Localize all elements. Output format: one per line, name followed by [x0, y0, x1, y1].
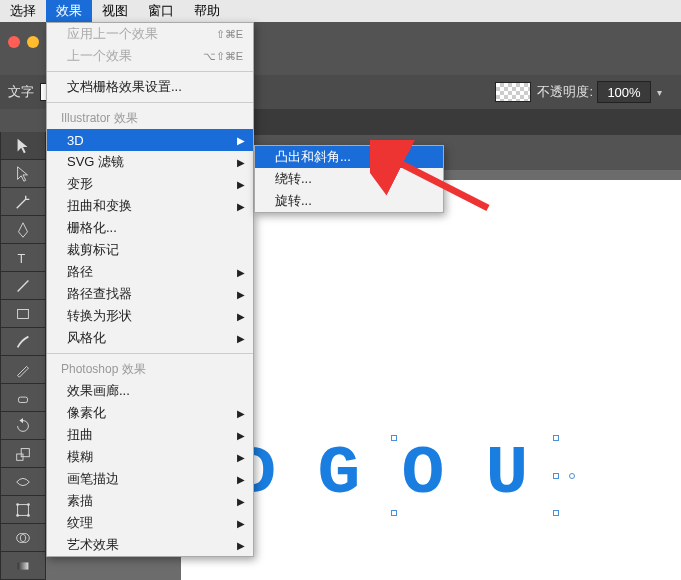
- svg-rect-5: [21, 448, 29, 456]
- opacity-swatch[interactable]: [495, 82, 531, 102]
- tool-line[interactable]: [0, 272, 46, 300]
- menu-doc-raster-settings[interactable]: 文档栅格效果设置...: [47, 76, 253, 98]
- separator: [47, 102, 253, 103]
- tool-gradient[interactable]: [0, 552, 46, 580]
- menu-artistic[interactable]: 艺术效果▶: [47, 534, 253, 556]
- menu-distort[interactable]: 扭曲▶: [47, 424, 253, 446]
- svg-text:T: T: [18, 251, 26, 265]
- svg-rect-6: [18, 504, 29, 515]
- svg-rect-2: [18, 309, 29, 318]
- tool-rotate[interactable]: [0, 412, 46, 440]
- close-button[interactable]: [8, 36, 20, 48]
- tool-pencil[interactable]: [0, 356, 46, 384]
- menu-convert-shape[interactable]: 转换为形状▶: [47, 305, 253, 327]
- tool-brush[interactable]: [0, 328, 46, 356]
- opacity-input[interactable]: 100%: [597, 81, 651, 103]
- opacity-stepper-icon[interactable]: ▾: [657, 87, 671, 98]
- menu-extrude-bevel[interactable]: 凸出和斜角...: [255, 146, 443, 168]
- tool-eraser[interactable]: [0, 384, 46, 412]
- menu-texture[interactable]: 纹理▶: [47, 512, 253, 534]
- menu-svg-filters[interactable]: SVG 滤镜▶: [47, 151, 253, 173]
- separator: [47, 71, 253, 72]
- menu-warp[interactable]: 变形▶: [47, 173, 253, 195]
- menu-effects[interactable]: 效果: [46, 0, 92, 22]
- menu-apply-last-effect: 应用上一个效果⇧⌘E: [47, 23, 253, 45]
- tool-width[interactable]: [0, 468, 46, 496]
- menu-revolve[interactable]: 绕转...: [255, 168, 443, 190]
- menu-last-effect: 上一个效果⌥⇧⌘E: [47, 45, 253, 67]
- toolbox: T: [0, 132, 46, 580]
- menu-3d[interactable]: 3D▶: [47, 129, 253, 151]
- svg-rect-3: [19, 397, 28, 402]
- left-context-label: 文字: [8, 83, 34, 101]
- tool-type[interactable]: T: [0, 244, 46, 272]
- menu-select[interactable]: 选择: [0, 0, 46, 22]
- tool-pen[interactable]: [0, 216, 46, 244]
- menu-path[interactable]: 路径▶: [47, 261, 253, 283]
- glyph: G: [303, 440, 377, 506]
- menu-sketch[interactable]: 素描▶: [47, 490, 253, 512]
- glyph: U: [471, 440, 545, 506]
- minimize-button[interactable]: [27, 36, 39, 48]
- menu-brush-strokes[interactable]: 画笔描边▶: [47, 468, 253, 490]
- selection-handle[interactable]: [391, 435, 397, 441]
- selection-center[interactable]: [569, 473, 575, 479]
- menu-help[interactable]: 帮助: [184, 0, 230, 22]
- menu-pixelate[interactable]: 像素化▶: [47, 402, 253, 424]
- tool-wand[interactable]: [0, 188, 46, 216]
- tool-direct-select[interactable]: [0, 160, 46, 188]
- svg-point-9: [16, 514, 19, 517]
- menu-crop-marks[interactable]: 裁剪标记: [47, 239, 253, 261]
- svg-point-7: [16, 503, 19, 506]
- tool-shape-builder[interactable]: [0, 524, 46, 552]
- glyph: O: [387, 440, 461, 506]
- svg-rect-13: [18, 562, 29, 569]
- selection-handle[interactable]: [553, 473, 559, 479]
- menu-distort-transform[interactable]: 扭曲和变换▶: [47, 195, 253, 217]
- tool-selection[interactable]: [0, 132, 46, 160]
- separator: [47, 353, 253, 354]
- menu-rasterize[interactable]: 栅格化...: [47, 217, 253, 239]
- menu-header-photoshop: Photoshop 效果: [47, 358, 253, 380]
- menu-blur[interactable]: 模糊▶: [47, 446, 253, 468]
- effects-menu: 应用上一个效果⇧⌘E 上一个效果⌥⇧⌘E 文档栅格效果设置... Illustr…: [46, 22, 254, 557]
- selected-text-object[interactable]: D G O U: [221, 440, 543, 506]
- selection-handle[interactable]: [391, 510, 397, 516]
- menu-rotate-3d[interactable]: 旋转...: [255, 190, 443, 212]
- menu-view[interactable]: 视图: [92, 0, 138, 22]
- menu-effect-gallery[interactable]: 效果画廊...: [47, 380, 253, 402]
- selection-handle[interactable]: [553, 510, 559, 516]
- submenu-3d: 凸出和斜角... 绕转... 旋转...: [254, 145, 444, 213]
- tool-scale[interactable]: [0, 440, 46, 468]
- tool-free-transform[interactable]: [0, 496, 46, 524]
- artboard[interactable]: D G O U: [181, 180, 681, 580]
- menu-header-illustrator: Illustrator 效果: [47, 107, 253, 129]
- opacity-label: 不透明度:: [537, 83, 593, 101]
- menu-pathfinder[interactable]: 路径查找器▶: [47, 283, 253, 305]
- tool-rect[interactable]: [0, 300, 46, 328]
- menu-window[interactable]: 窗口: [138, 0, 184, 22]
- selection-handle[interactable]: [553, 435, 559, 441]
- menu-stylize[interactable]: 风格化▶: [47, 327, 253, 349]
- svg-line-1: [18, 280, 29, 291]
- os-menubar: 选择 效果 视图 窗口 帮助: [0, 0, 681, 22]
- svg-point-8: [27, 503, 30, 506]
- svg-point-10: [27, 514, 30, 517]
